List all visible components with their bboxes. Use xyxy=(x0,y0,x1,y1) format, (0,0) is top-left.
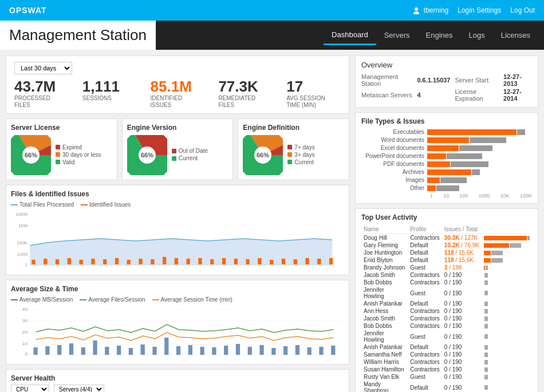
overview-value: 12-27-2014 xyxy=(501,88,532,102)
engine-definition-pie: 66% xyxy=(243,135,283,175)
svg-rect-58 xyxy=(33,347,37,355)
svg-rect-79 xyxy=(283,346,287,355)
svg-text:30: 30 xyxy=(22,318,28,323)
top-bar: OPSWAT tberning Login Settings Log Out xyxy=(0,0,544,21)
svg-rect-37 xyxy=(210,259,214,264)
svg-rect-40 xyxy=(246,259,250,264)
svg-rect-81 xyxy=(308,347,312,355)
overview-box: Overview Management Station 0.6.1.15037 … xyxy=(355,56,538,108)
stat-value: 85.1M xyxy=(151,79,205,94)
nav-dashboard[interactable]: Dashboard xyxy=(324,26,376,45)
col-header-profile: Profile xyxy=(408,225,442,234)
user-name: Anish Patankar xyxy=(361,343,408,351)
health-cpu-select[interactable]: CPU Memory Disk xyxy=(11,385,49,392)
nav-logs[interactable]: Logs xyxy=(460,26,492,44)
engine-definition-title: Engine Definition xyxy=(243,124,344,132)
user-issues-total: 0 / 190 xyxy=(442,330,482,343)
svg-point-0 xyxy=(415,7,418,11)
nav-licenses[interactable]: Licenses xyxy=(493,26,538,44)
logo: OPSWAT xyxy=(9,6,47,15)
login-settings-link[interactable]: Login Settings xyxy=(458,6,501,14)
user-icon: tberning xyxy=(412,6,449,15)
server-license-content: 66% Expired 30 days or less Valid xyxy=(11,135,112,175)
file-type-label: Word documents xyxy=(361,137,427,143)
svg-rect-76 xyxy=(248,347,252,355)
logout-link[interactable]: Log Out xyxy=(510,6,535,14)
col-header-name: Name xyxy=(361,225,408,234)
user-bar-cell xyxy=(482,330,532,343)
user-table-row: Anish Patankar Default 0 / 190 xyxy=(361,343,532,351)
engine-version-title: Engine Version xyxy=(127,124,228,132)
file-type-row: Archives xyxy=(361,169,532,175)
nav-servers[interactable]: Servers xyxy=(376,26,418,44)
svg-text:20: 20 xyxy=(22,330,28,335)
svg-rect-61 xyxy=(69,343,73,355)
user-profile: Guest xyxy=(408,286,442,300)
svg-rect-73 xyxy=(212,347,216,355)
user-name: Samantha Neff xyxy=(361,351,408,358)
health-controls: CPU Memory Disk Servers (4/4) xyxy=(11,385,344,392)
stat-value: 77.3K xyxy=(218,79,273,94)
user-name: Enid Blyton xyxy=(361,256,408,264)
file-types-title: File Types & Issues xyxy=(361,117,532,125)
stat-value: 1,111 xyxy=(82,79,137,94)
avg-size-title: Average Size & Time xyxy=(11,285,344,293)
user-bar-cell xyxy=(482,351,532,358)
stat-remediated-files: 77.3K REMEDIATEDFILES xyxy=(218,79,273,109)
svg-text:1: 1 xyxy=(25,262,27,267)
engine-definition-content: 66% 7+ days 3+ days Current xyxy=(243,135,344,175)
user-bar-cell xyxy=(482,256,532,264)
file-type-label: Executables xyxy=(361,129,427,135)
svg-rect-75 xyxy=(236,344,240,355)
page-title: Management Station xyxy=(9,26,147,44)
main-content: Last 30 days Last 7 days Last 24 hours 4… xyxy=(0,50,544,392)
overview-title: Overview xyxy=(361,61,532,69)
health-server-select[interactable]: Servers (4/4) xyxy=(54,385,104,392)
stats-row: 43.7M PROCESSEDFILES 1,111 SESSIONS 85.1… xyxy=(14,79,341,109)
server-license-title: Server License xyxy=(11,124,112,132)
user-table-row: Anish Patankar Default 0 / 190 xyxy=(361,300,532,307)
user-issues-total: 0 / 190 xyxy=(442,373,482,381)
user-bar-cell xyxy=(482,300,532,307)
user-profile: Guest xyxy=(408,264,442,271)
overview-value: 12-27-2013 xyxy=(501,73,532,88)
user-bar-cell xyxy=(482,271,532,279)
file-type-row: Images xyxy=(361,177,532,183)
svg-rect-28 xyxy=(103,259,107,264)
user-bar-cell xyxy=(482,315,532,322)
svg-rect-26 xyxy=(80,260,83,264)
nav-engines[interactable]: Engines xyxy=(418,26,461,44)
engine-definition-chart: Engine Definition 66% 7+ days 3+ days Cu… xyxy=(238,118,349,180)
user-profile: Contractors xyxy=(408,234,442,242)
svg-text:100M: 100M xyxy=(15,212,27,217)
user-issues-total: 0 / 190 xyxy=(442,307,482,315)
user-profile: Contractors xyxy=(408,271,442,279)
svg-rect-45 xyxy=(305,258,309,264)
stat-avg-session: 17 AVG SESSIONTIME (MIN) xyxy=(286,79,341,109)
svg-rect-32 xyxy=(151,259,154,264)
date-filter: Last 30 days Last 7 days Last 24 hours xyxy=(14,62,341,74)
avg-size-legend: Average MB/Session Average Files/Session… xyxy=(11,296,344,303)
svg-text:100K: 100K xyxy=(17,240,28,246)
svg-rect-71 xyxy=(188,345,192,355)
engine-version-legend: Out of Date Current xyxy=(172,148,208,163)
user-bar-cell xyxy=(482,373,532,381)
user-name: Doug Hill xyxy=(361,234,408,242)
svg-rect-60 xyxy=(57,345,61,355)
stat-value: 43.7M xyxy=(14,79,69,94)
user-bar-cell xyxy=(482,358,532,366)
file-type-label: Excel documents xyxy=(361,145,427,151)
user-issues-total: 118 / 15.6K xyxy=(442,249,482,256)
svg-rect-34 xyxy=(175,258,178,264)
user-profile: Guest xyxy=(408,373,442,381)
svg-rect-47 xyxy=(329,258,333,264)
files-issues-chart: Files & Identified Issues Total Files Pr… xyxy=(6,185,349,275)
col-header-issues: Issues / Total xyxy=(442,225,482,234)
svg-point-1 xyxy=(413,11,419,14)
stats-bar: Last 30 days Last 7 days Last 24 hours 4… xyxy=(6,56,349,114)
overview-value: 0.6.1.15037 xyxy=(415,73,452,88)
svg-marker-21 xyxy=(30,239,332,266)
user-activity-title: Top User Activity xyxy=(361,213,532,221)
user-bar-cell xyxy=(482,234,532,242)
date-filter-select[interactable]: Last 30 days Last 7 days Last 24 hours xyxy=(14,62,72,74)
